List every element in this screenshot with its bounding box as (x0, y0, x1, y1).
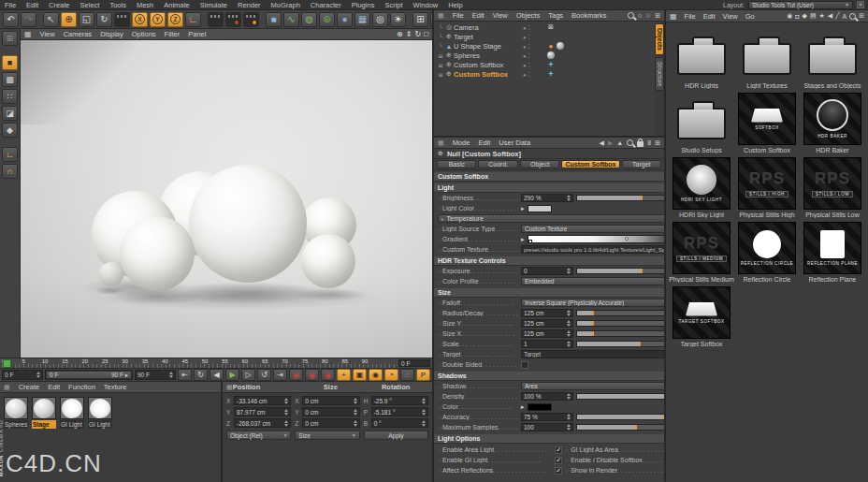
search-icon[interactable] (627, 139, 633, 146)
preset-thumbnail[interactable] (738, 28, 796, 80)
menu-go[interactable]: Go (745, 12, 755, 21)
nav-forward-icon[interactable]: ▶ (608, 139, 613, 147)
undo-icon[interactable]: ↶ (3, 12, 19, 27)
panel-grip-icon[interactable]: ▦ (438, 12, 444, 20)
menu-tools[interactable]: Tools (109, 1, 126, 9)
preset-thumbnail[interactable]: HDR BAKER (803, 93, 861, 145)
value-field[interactable]: 0 (521, 267, 573, 275)
panel-grip-icon[interactable]: ▦ (24, 30, 32, 38)
file-path-field[interactable]: preset://studio tools pro 1.0.lib4d/Ligh… (521, 245, 675, 254)
presets-icon[interactable]: ◆ (803, 12, 807, 20)
preview-icon[interactable]: ◉ (787, 12, 792, 20)
add-generator-icon[interactable]: ◍ (301, 12, 317, 27)
menu-script[interactable]: Script (384, 1, 402, 9)
toggle-view-icon[interactable]: □ (424, 30, 428, 38)
preset-item[interactable]: HDR Lights (669, 28, 734, 89)
value-spinner[interactable] (354, 409, 357, 416)
frame-field[interactable]: 0 F (2, 370, 43, 380)
coordinate-field[interactable]: -5.181 ° (371, 407, 428, 416)
parameter-checkbox[interactable]: ✓ (555, 457, 562, 464)
scale-tool-icon[interactable]: ◱ (79, 12, 94, 27)
value-spinner[interactable] (354, 420, 357, 427)
autokey-button[interactable]: ◉ (305, 369, 319, 381)
material-thumbnail[interactable] (4, 397, 28, 419)
model-mode-icon[interactable]: ■ (2, 55, 18, 70)
coordinate-field[interactable]: -268.037 cm (234, 418, 291, 428)
link-field[interactable]: Target⊕▸ (521, 350, 677, 358)
viewport-config-icon[interactable]: ⊞ (2, 31, 18, 46)
link-icon[interactable]: 8 (647, 139, 651, 146)
record-keyframe-button[interactable]: ◉ (289, 369, 303, 381)
preset-item[interactable]: HDR BAKERHDR Baker (800, 93, 865, 153)
menu-display[interactable]: Display (100, 30, 123, 38)
value-spinner[interactable] (354, 398, 357, 404)
value-spinner[interactable] (284, 409, 288, 416)
value-spinner[interactable] (567, 414, 571, 420)
menu-view[interactable]: View (493, 11, 508, 20)
value-field[interactable]: 100 (521, 423, 573, 431)
value-spinner[interactable] (567, 341, 571, 347)
key-position-toggle[interactable]: + (337, 369, 351, 381)
material-thumbnail[interactable] (88, 397, 112, 419)
add-camera-icon[interactable]: ◎ (372, 12, 388, 27)
timeline-ruler[interactable]: 051015202530354045505560657075808590 0 F (0, 358, 432, 369)
preset-thumbnail[interactable]: RPSSTILLS / LOW (803, 157, 861, 210)
apply-button[interactable]: Apply (364, 431, 428, 440)
menu-view[interactable]: View (40, 30, 55, 38)
menu-render[interactable]: Render (238, 1, 261, 9)
value-spinner[interactable] (567, 195, 571, 201)
visibility-toggles[interactable]: ● ⠅ (523, 52, 547, 59)
favorites-icon[interactable]: ★ (819, 12, 825, 20)
redo-icon[interactable]: ↷ (21, 12, 36, 27)
material-item[interactable]: GI Light (60, 397, 85, 429)
color-swatch[interactable] (528, 205, 552, 212)
arrow-cursor-icon[interactable]: ▲ (616, 139, 623, 146)
preset-thumbnail[interactable]: REFLECTION CIRCLE (738, 222, 796, 274)
menu-view[interactable]: View (723, 12, 738, 21)
search-icon[interactable] (628, 12, 634, 19)
expand-arrow-icon[interactable]: ▸ (521, 403, 525, 411)
menu-animate[interactable]: Animate (164, 1, 190, 9)
rotate-view-icon[interactable]: ↻ (414, 30, 421, 38)
value-spinner[interactable] (567, 330, 571, 337)
value-spinner[interactable] (284, 398, 288, 404)
menu-bookmarks[interactable]: Bookmarks (571, 11, 607, 20)
play-forward-button[interactable]: ▶ (225, 369, 239, 381)
expand-arrow-icon[interactable]: ▸ (521, 205, 525, 212)
expr-tag-icon[interactable]: + (547, 70, 555, 78)
parameter-checkbox[interactable] (521, 361, 528, 369)
glow-tag-icon[interactable]: ● (547, 42, 555, 50)
layout-select[interactable]: Studio Tools Tut (User) ▼ (748, 1, 853, 9)
preset-thumbnail[interactable] (673, 28, 731, 80)
menu-mograph[interactable]: MoGraph (271, 1, 300, 9)
object-row[interactable]: ⊞⊕Custom Softbox● ⠅+ (434, 60, 655, 69)
filter-icon[interactable]: ⊘ (645, 12, 651, 20)
menu-character[interactable]: Character (311, 1, 341, 9)
expand-icon[interactable]: ⊞ (437, 62, 444, 68)
group-header-temperature[interactable]: ▸Temperature (438, 214, 690, 223)
preset-thumbnail[interactable]: HDRI SKY LIGHT (673, 157, 731, 210)
preset-thumbnail[interactable]: TARGET SOFTBOX (673, 286, 731, 339)
value-spinner[interactable] (422, 420, 426, 427)
value-spinner[interactable] (567, 393, 571, 400)
rotate-tool-icon[interactable]: ↻ (96, 12, 112, 27)
preset-thumbnail[interactable] (673, 93, 731, 145)
coordinate-field[interactable]: 87.977 cm (234, 407, 291, 416)
menu-simulate[interactable]: Simulate (200, 1, 227, 9)
preset-item[interactable]: REFLECTION CIRCLEReflection Circle (734, 222, 800, 283)
menu-help[interactable]: Help (448, 1, 462, 9)
value-field[interactable]: 125 cm (521, 309, 573, 317)
viewport-layout-icon[interactable]: ⊞ (412, 12, 428, 27)
material-item[interactable]: Spheres (4, 397, 29, 429)
polygons-mode-icon[interactable]: ◆ (2, 123, 18, 138)
tab-custom-softbox[interactable]: Custom Softbox (561, 160, 619, 168)
tab-structure[interactable]: Structure (655, 57, 664, 91)
value-field[interactable]: 100 % (521, 392, 573, 401)
expand-icon[interactable]: ⊞ (437, 52, 444, 59)
value-field[interactable]: 125 cm (521, 319, 573, 328)
detach-icon[interactable]: ⊞ (859, 12, 864, 20)
key-scale-toggle[interactable]: ▣ (353, 369, 367, 381)
value-spinner[interactable] (567, 320, 571, 327)
parameter-checkbox[interactable]: ✓ (555, 446, 562, 454)
menu-file[interactable]: File (685, 12, 696, 21)
